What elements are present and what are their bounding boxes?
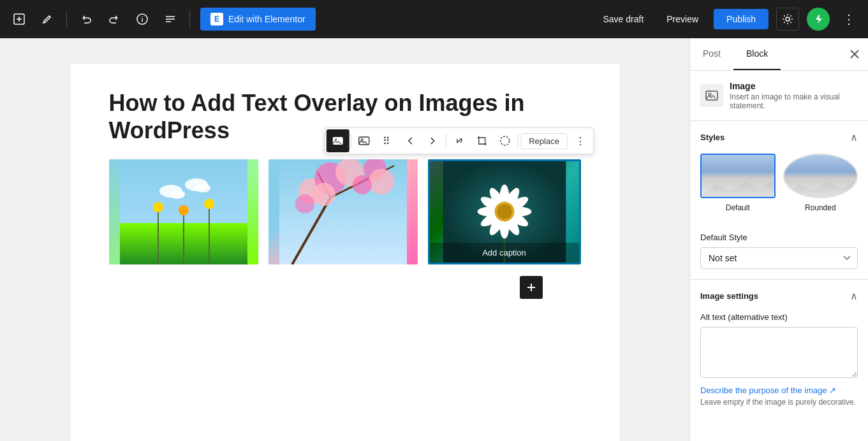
styles-section: Styles ∧ Default — [690, 121, 868, 233]
svg-point-13 — [361, 139, 363, 141]
add-block-toolbar-button[interactable] — [8, 8, 31, 31]
style-option-rounded[interactable]: Rounded — [783, 154, 858, 212]
default-style-label: Default Style — [700, 233, 858, 242]
sidebar-close-button[interactable] — [841, 41, 868, 68]
block-type-icon — [700, 84, 723, 107]
svg-line-14 — [457, 140, 460, 143]
svg-point-5 — [142, 17, 143, 18]
ft-insert-image-button[interactable] — [352, 129, 375, 152]
pen-tool-button[interactable] — [36, 8, 59, 31]
svg-point-11 — [335, 139, 337, 141]
image-gallery-block: ⠿ — [109, 159, 581, 264]
alt-text-section: Alt text (alternative text) Describe the… — [690, 312, 868, 417]
svg-rect-10 — [332, 137, 342, 145]
svg-point-40 — [295, 194, 314, 213]
gallery-image-2[interactable] — [268, 159, 418, 264]
editor-content: How to Add Text Overlay on Images in Wor… — [71, 64, 619, 441]
svg-point-23 — [204, 199, 214, 209]
image-settings-collapse-button[interactable]: ∧ — [850, 290, 858, 302]
style-thumbnail-rounded — [783, 154, 858, 198]
ft-divider-1 — [350, 133, 351, 148]
style-name-rounded: Rounded — [805, 203, 836, 212]
toolbar-divider-1 — [66, 10, 67, 28]
redo-button[interactable] — [103, 8, 126, 31]
toolbar-divider-2 — [189, 10, 190, 28]
ft-crop-button[interactable] — [470, 129, 493, 152]
style-option-default[interactable]: Default — [700, 154, 776, 212]
info-button[interactable] — [131, 8, 154, 31]
svg-point-56 — [497, 205, 511, 219]
tab-block[interactable]: Block — [733, 38, 781, 70]
settings-button[interactable] — [776, 8, 799, 31]
sidebar-header: Post Block — [690, 38, 868, 71]
floating-toolbar: ⠿ — [324, 127, 594, 154]
editor-area: How to Add Text Overlay on Images in Wor… — [0, 38, 689, 441]
toolbar-right: Save draft Preview Publish ⋮ — [595, 8, 860, 31]
svg-point-21 — [153, 202, 163, 212]
svg-point-15 — [500, 136, 509, 145]
image-settings-label: Image settings — [700, 291, 758, 301]
styles-label: Styles — [700, 133, 725, 142]
elementor-label: Edit with Elementor — [228, 14, 305, 24]
add-block-area — [109, 280, 581, 318]
publish-button[interactable]: Publish — [714, 9, 769, 29]
preview-button[interactable]: Preview — [659, 10, 706, 28]
block-type-name: Image — [730, 81, 858, 91]
sidebar-tabs: Post Block — [690, 38, 841, 70]
sidebar-body: Image Insert an image to make a visual s… — [690, 71, 868, 441]
gallery-image-1[interactable] — [109, 159, 258, 264]
styles-collapse-button[interactable]: ∧ — [850, 131, 858, 143]
image-caption[interactable]: Add caption — [430, 243, 579, 263]
lightning-button[interactable] — [807, 8, 830, 31]
default-style-section: Default Style Not set Default Rounded — [690, 233, 868, 279]
svg-point-37 — [369, 169, 394, 194]
alt-text-label: Alt text (alternative text) — [700, 312, 858, 322]
block-type-header: Image Insert an image to make a visual s… — [690, 71, 868, 121]
menu-button[interactable] — [159, 8, 182, 31]
ft-next-button[interactable] — [421, 129, 444, 152]
styles-header: Styles ∧ — [700, 131, 858, 143]
default-style-select[interactable]: Not set Default Rounded — [700, 247, 858, 269]
gallery-image-3[interactable]: Add caption — [428, 159, 581, 264]
ft-image-icon-button[interactable] — [326, 129, 349, 152]
ft-lasso-button[interactable] — [493, 129, 516, 152]
elementor-button[interactable]: E Edit with Elementor — [200, 8, 316, 31]
svg-point-39 — [313, 183, 335, 206]
tab-post[interactable]: Post — [690, 38, 733, 70]
image-settings-header: Image settings ∧ — [690, 280, 868, 312]
block-type-desc: Insert an image to make a visual stateme… — [730, 92, 858, 110]
ft-divider-2 — [445, 133, 446, 148]
more-options-button[interactable]: ⋮ — [837, 9, 860, 29]
svg-point-9 — [786, 17, 790, 21]
add-block-button[interactable] — [520, 276, 543, 299]
ft-divider-3 — [517, 133, 518, 148]
undo-button[interactable] — [75, 8, 98, 31]
top-toolbar: E Edit with Elementor Save draft Preview… — [0, 0, 868, 38]
ft-replace-button[interactable]: Replace — [520, 133, 568, 149]
svg-point-22 — [179, 205, 189, 215]
save-draft-button[interactable]: Save draft — [595, 10, 651, 28]
ft-link-button[interactable] — [447, 129, 470, 152]
alt-text-note: Leave empty if the image is purely decor… — [700, 398, 858, 407]
svg-rect-61 — [706, 91, 717, 100]
alt-text-link[interactable]: Describe the purpose of the image ↗ — [700, 386, 858, 395]
style-name-default: Default — [726, 203, 750, 212]
svg-rect-12 — [358, 137, 369, 145]
style-options: Default Rounded — [700, 154, 858, 212]
svg-point-38 — [353, 175, 372, 194]
style-thumbnail-default — [700, 154, 776, 198]
svg-point-27 — [195, 184, 210, 192]
block-type-info: Image Insert an image to make a visual s… — [730, 81, 858, 110]
sidebar: Post Block — [689, 38, 868, 441]
svg-point-25 — [170, 190, 185, 199]
main-area: How to Add Text Overlay on Images in Wor… — [0, 38, 868, 441]
svg-point-62 — [709, 93, 711, 96]
mountain-thumb — [702, 155, 774, 197]
alt-text-input[interactable] — [700, 327, 858, 378]
ft-prev-button[interactable] — [398, 129, 421, 152]
ft-drag-button[interactable]: ⠿ — [375, 129, 398, 152]
ft-more-button[interactable]: ⋮ — [569, 129, 592, 152]
mountain-thumb-rounded — [784, 155, 857, 197]
image-settings-section: Image settings ∧ Alt text (alternative t… — [690, 279, 868, 417]
elementor-icon: E — [210, 13, 223, 25]
